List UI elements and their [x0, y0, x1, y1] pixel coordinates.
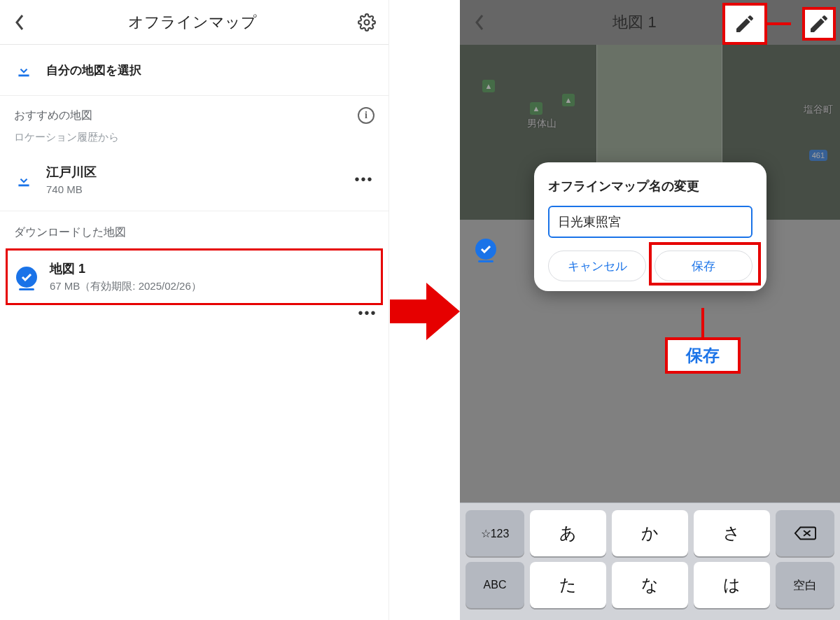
save-text-callout: 保存: [665, 337, 741, 374]
page-title: オフラインマップ: [128, 12, 257, 33]
key-ka[interactable]: か: [612, 510, 688, 556]
download-icon: [14, 60, 34, 80]
downloaded-check-icon: [16, 267, 37, 288]
info-icon[interactable]: i: [358, 107, 374, 124]
key-sa[interactable]: さ: [694, 510, 770, 556]
recommended-subtitle: ロケーション履歴から: [0, 131, 388, 154]
key-space[interactable]: 空白: [776, 562, 834, 608]
edit-button-callout: [722, 3, 836, 45]
callout-connector: [701, 308, 704, 340]
tutorial-arrow-icon: [389, 280, 460, 343]
key-delete[interactable]: [776, 510, 834, 556]
page-title: 地図 1: [612, 12, 656, 33]
edit-button[interactable]: [722, 3, 767, 45]
recommended-label: おすすめの地図: [14, 108, 92, 123]
offline-maps-screen: オフラインマップ 自分の地図を選択 おすすめの地図 i ロケーション履歴から: [0, 0, 389, 620]
back-button[interactable]: [472, 15, 486, 29]
dialog-heading: オフラインマップ名の変更: [548, 178, 752, 195]
downloaded-item-detail: 67 MB（有効期限: 2025/02/26）: [50, 280, 372, 293]
save-button[interactable]: 保存: [654, 251, 752, 281]
downloaded-item-highlighted[interactable]: 地図 1 67 MB（有効期限: 2025/02/26）: [6, 248, 383, 305]
recommended-item[interactable]: 江戸川区 740 MB •••: [0, 154, 388, 211]
key-ha[interactable]: は: [694, 562, 770, 608]
edit-icon-callout: [802, 7, 836, 41]
cancel-button[interactable]: キャンセル: [548, 251, 646, 281]
downloaded-label: ダウンロードした地図: [0, 211, 388, 247]
recommended-header: おすすめの地図 i: [0, 96, 388, 131]
select-own-map-label: 自分の地図を選択: [46, 62, 141, 78]
key-abc[interactable]: ABC: [465, 562, 524, 608]
select-own-map-row[interactable]: 自分の地図を選択: [0, 45, 388, 96]
key-a[interactable]: あ: [530, 510, 606, 556]
rename-map-screen: ▲ ▲ ▲ 男体山 塩谷町 461 地図 1: [460, 0, 840, 620]
recommended-item-title: 江戸川区: [46, 164, 341, 181]
rename-dialog: オフラインマップ名の変更 キャンセル 保存: [534, 162, 766, 291]
key-na[interactable]: な: [612, 562, 688, 608]
save-button-label: 保存: [692, 258, 715, 274]
downloaded-item-title: 地図 1: [50, 260, 372, 277]
map-name-input[interactable]: [548, 206, 752, 238]
downloaded-check-icon: [475, 239, 496, 260]
more-options-button[interactable]: •••: [354, 171, 374, 188]
recommended-item-size: 740 MB: [46, 183, 341, 195]
software-keyboard: ☆123 あ か さ ABC た な は 空白: [460, 502, 840, 620]
back-button[interactable]: [13, 15, 27, 29]
svg-rect-2: [18, 184, 29, 186]
topbar: オフラインマップ: [0, 0, 388, 45]
key-symbols[interactable]: ☆123: [465, 510, 524, 556]
svg-rect-1: [18, 75, 29, 77]
svg-point-0: [365, 20, 370, 24]
key-ta[interactable]: た: [530, 562, 606, 608]
settings-button[interactable]: [358, 13, 376, 31]
more-options-button[interactable]: •••: [357, 305, 378, 321]
download-icon: [14, 170, 34, 190]
